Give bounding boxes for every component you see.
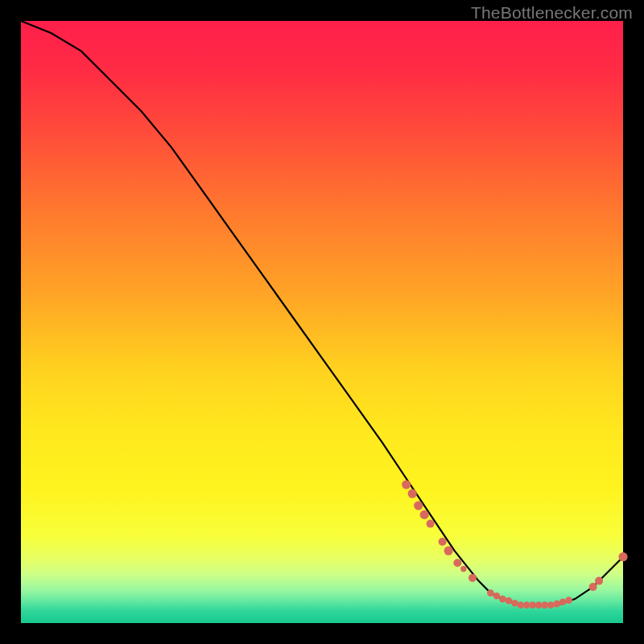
- marker-dot: [618, 552, 627, 561]
- marker-dot: [427, 520, 435, 528]
- chart-svg: [21, 21, 623, 623]
- marker-dot: [535, 601, 543, 609]
- marker-dot: [420, 510, 429, 519]
- marker-dot: [487, 589, 494, 597]
- plot-area: [21, 21, 623, 623]
- marker-dot: [518, 601, 525, 609]
- bottleneck-curve: [21, 21, 623, 605]
- marker-dot: [408, 489, 417, 498]
- marker-dot: [542, 601, 549, 609]
- marker-dot: [559, 599, 567, 606]
- marker-dot: [523, 601, 530, 609]
- marker-dot: [553, 601, 560, 608]
- marker-dot: [414, 502, 423, 510]
- marker-dot: [595, 577, 603, 585]
- marker-dot: [493, 592, 501, 600]
- marker-dot: [589, 583, 597, 591]
- marker-dot: [439, 538, 447, 546]
- watermark-text: TheBottlenecker.com: [471, 3, 633, 23]
- marker-dot: [511, 600, 518, 607]
- marker-dot: [565, 597, 572, 604]
- marker-dot: [530, 601, 537, 609]
- marker-dot: [453, 559, 461, 567]
- marker-dot: [506, 597, 513, 605]
- marker-dot: [460, 566, 466, 572]
- marker-group: [402, 480, 628, 608]
- marker-dot: [444, 547, 453, 555]
- chart-frame: TheBottlenecker.com: [0, 0, 644, 644]
- marker-dot: [499, 596, 506, 603]
- marker-dot: [469, 574, 477, 582]
- marker-dot: [547, 601, 555, 609]
- marker-dot: [402, 480, 411, 489]
